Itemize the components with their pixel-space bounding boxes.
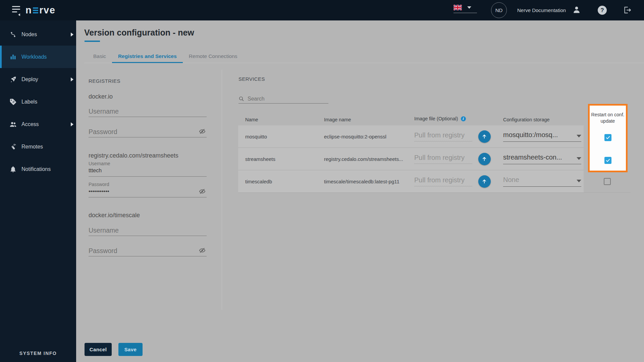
column-divider [222, 70, 222, 310]
check-icon [605, 158, 610, 163]
config-storage-select[interactable]: mosquitto:/mosq... [503, 131, 581, 142]
sidebar-item-remotes[interactable]: Remotes [0, 135, 76, 158]
chevron-down-icon [467, 6, 471, 9]
tab-registries-and-services[interactable]: Registries and Services [112, 53, 183, 63]
password-input[interactable] [89, 128, 207, 137]
language-selector[interactable] [453, 5, 477, 13]
remotes-icon [9, 143, 17, 150]
sidebar-item-label: Nodes [21, 32, 37, 38]
logo-e-icon [33, 7, 38, 13]
table-row: streamsheets registry.cedalo.com/streams… [238, 148, 631, 170]
password-input[interactable] [89, 247, 207, 256]
logo-text: n [25, 5, 32, 16]
config-storage-select[interactable]: None [503, 176, 581, 187]
restart-checkbox[interactable] [604, 178, 611, 185]
top-bar: n rve ND Nerve Documentation ? [0, 0, 644, 20]
service-image-name: eclipse-mosquitto:2-openssl [317, 125, 411, 148]
uk-flag-icon [453, 5, 462, 10]
sidebar-item-nodes[interactable]: Nodes [0, 23, 76, 46]
restart-checkbox[interactable] [604, 157, 611, 164]
column-header-image-name: Image name [317, 117, 411, 125]
visibility-off-icon[interactable] [199, 188, 206, 195]
logout-icon[interactable] [623, 5, 632, 16]
username-input[interactable] [89, 167, 207, 176]
service-name: streamsheets [238, 148, 317, 170]
column-header-image-file: Image file (Optional) i [411, 116, 473, 125]
image-file-input[interactable] [414, 176, 472, 186]
upload-image-button[interactable] [478, 130, 491, 143]
user-avatar[interactable]: ND [491, 2, 507, 18]
upload-image-button[interactable] [478, 175, 491, 188]
sidebar-item-deploy[interactable]: Deploy [0, 68, 76, 90]
username-input[interactable] [89, 227, 207, 236]
chevron-right-icon [71, 77, 73, 81]
sidebar-item-label: Notifications [21, 166, 51, 172]
chevron-down-icon [577, 157, 581, 160]
system-info-button[interactable]: SYSTEM INFO [0, 351, 76, 356]
table-row: mosquitto eclipse-mosquitto:2-openssl mo… [238, 125, 631, 148]
sidebar-item-label: Remotes [21, 144, 43, 150]
nodes-icon [9, 31, 17, 38]
chevron-down-icon [577, 180, 581, 182]
username-field [89, 108, 207, 117]
title-underline [85, 41, 100, 42]
registry-name: docker.io [89, 93, 207, 100]
sidebar-item-label: Access [21, 121, 39, 127]
visibility-off-icon[interactable] [199, 128, 206, 135]
help-icon[interactable]: ? [598, 6, 607, 15]
sidebar-item-labels[interactable]: Labels [0, 90, 76, 113]
username-field: Username [89, 161, 207, 177]
image-file-input[interactable] [414, 154, 472, 164]
search-icon [238, 96, 244, 102]
service-image-name: timescale/timescaledb:latest-pg11 [317, 170, 411, 193]
main-content: Version configuration - new Basic Regist… [76, 20, 644, 362]
profile-icon[interactable] [572, 5, 581, 15]
sidebar-item-workloads[interactable]: Workloads [0, 46, 76, 68]
services-heading: SERVICES [238, 76, 265, 82]
username-input[interactable] [89, 108, 207, 117]
sidebar-item-notifications[interactable]: Notifications [0, 158, 76, 180]
image-file-input[interactable] [414, 131, 472, 141]
labels-tag-icon [9, 98, 17, 106]
documentation-link[interactable]: Nerve Documentation [517, 7, 566, 13]
restart-checkbox[interactable] [604, 134, 611, 141]
table-header-row: Name Image name Image file (Optional) i … [238, 111, 631, 125]
config-storage-select[interactable]: streamsheets-con... [503, 154, 581, 164]
services-table: Name Image name Image file (Optional) i … [238, 111, 631, 193]
upload-image-button[interactable] [478, 153, 491, 165]
username-field [89, 227, 207, 236]
access-users-icon [9, 121, 17, 128]
column-header-name: Name [238, 117, 317, 125]
sidebar-item-label: Labels [21, 99, 37, 105]
restart-column-highlight: Restart on conf. update [588, 104, 628, 172]
search-input[interactable] [248, 96, 321, 102]
registry-name: registry.cedalo.com/streamsheets [89, 152, 207, 159]
chevron-right-icon [71, 33, 73, 37]
sidebar: Nodes Workloads Deploy Labels [0, 20, 76, 362]
registries-panel: REGISTRIES docker.io registry.cedalo.com… [89, 76, 207, 256]
password-field: Password [89, 182, 207, 197]
registry-name: docker.io/timescale [89, 212, 207, 219]
registries-heading: REGISTRIES [89, 76, 207, 84]
sidebar-item-access[interactable]: Access [0, 113, 76, 135]
password-field [89, 247, 207, 256]
password-input[interactable] [89, 187, 207, 197]
tab-basic[interactable]: Basic [87, 53, 112, 63]
tab-remote-connections[interactable]: Remote Connections [183, 53, 244, 63]
upload-arrow-icon [481, 178, 487, 184]
visibility-off-icon[interactable] [199, 247, 206, 254]
save-button[interactable]: Save [118, 343, 143, 356]
menu-toggle-icon[interactable] [12, 6, 20, 14]
service-name: mosquitto [238, 125, 317, 148]
column-header-restart: Restart on conf. update [590, 112, 626, 124]
nerve-logo: n rve [25, 5, 55, 16]
cancel-button[interactable]: Cancel [85, 343, 112, 356]
deploy-rocket-icon [9, 76, 17, 83]
service-name: timescaledb [238, 170, 317, 193]
username-label: Username [89, 161, 207, 167]
tab-bar: Basic Registries and Services Remote Con… [84, 53, 644, 63]
chevron-down-icon [577, 135, 581, 137]
info-icon[interactable]: i [461, 116, 466, 121]
upload-arrow-icon [481, 133, 487, 139]
page-title: Version configuration - new [84, 28, 194, 38]
